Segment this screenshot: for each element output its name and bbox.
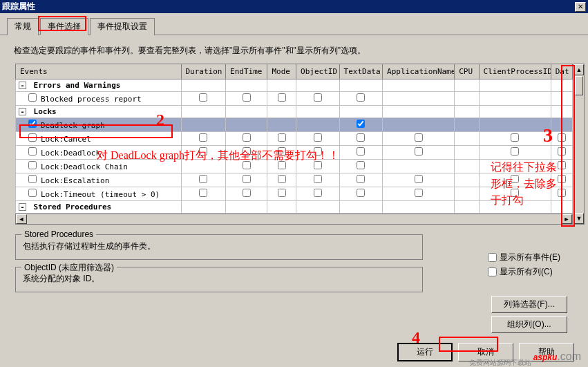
event-cell[interactable]: Lock:Deadlock: [16, 146, 182, 160]
event-checkbox[interactable]: [28, 161, 37, 169]
column-checkbox[interactable]: [199, 147, 207, 156]
column-checkbox[interactable]: [357, 189, 365, 197]
column-checkbox[interactable]: [511, 189, 519, 197]
check-cell[interactable]: [181, 106, 226, 118]
show-all-columns[interactable]: 显示所有列(C): [488, 266, 560, 278]
scroll-left-icon[interactable]: ◄: [16, 214, 27, 224]
check-cell[interactable]: [296, 132, 339, 146]
check-cell[interactable]: [267, 160, 296, 173]
check-cell[interactable]: [479, 79, 551, 92]
event-cell[interactable]: Lock:Cancel: [16, 132, 182, 146]
check-cell[interactable]: [339, 187, 382, 201]
column-checkbox[interactable]: [511, 147, 519, 156]
check-cell[interactable]: [181, 118, 226, 132]
column-checkbox[interactable]: [314, 161, 322, 169]
close-button[interactable]: ✕: [575, 2, 586, 12]
check-cell[interactable]: [296, 146, 339, 160]
check-cell[interactable]: [267, 146, 296, 160]
column-checkbox[interactable]: [415, 189, 423, 197]
column-checkbox[interactable]: [278, 161, 286, 169]
check-cell[interactable]: [479, 132, 551, 146]
show-all-events[interactable]: 显示所有事件(E): [488, 252, 560, 263]
show-all-events-checkbox[interactable]: [488, 253, 497, 262]
check-cell[interactable]: [296, 79, 339, 92]
check-cell[interactable]: [226, 92, 267, 106]
check-cell[interactable]: [339, 106, 382, 118]
check-cell[interactable]: [226, 187, 267, 201]
check-cell[interactable]: [226, 160, 267, 173]
check-cell[interactable]: [267, 79, 296, 92]
events-grid[interactable]: EventsDurationEndTimeModeObjectIDTextDat…: [15, 64, 573, 214]
check-cell[interactable]: [479, 146, 551, 160]
table-row[interactable]: Deadlock graph: [16, 118, 573, 132]
check-cell[interactable]: [181, 79, 226, 92]
check-cell[interactable]: [181, 173, 226, 187]
expand-collapse-icon[interactable]: -: [19, 203, 26, 211]
event-checkbox[interactable]: [28, 120, 37, 128]
col-header[interactable]: Mode: [267, 64, 296, 79]
table-row[interactable]: Lock:Deadlock Chain: [16, 160, 573, 173]
column-checkbox[interactable]: [314, 175, 322, 183]
event-checkbox[interactable]: [28, 93, 37, 102]
column-checkbox[interactable]: [243, 161, 251, 169]
table-row[interactable]: Lock:Cancel: [16, 132, 573, 146]
column-checkbox[interactable]: [357, 147, 365, 156]
check-cell[interactable]: [551, 79, 572, 92]
expand-collapse-icon[interactable]: -: [19, 108, 26, 115]
scroll-thumb[interactable]: [575, 76, 583, 95]
col-header[interactable]: Duration: [181, 64, 226, 79]
check-cell[interactable]: [181, 92, 226, 106]
col-header[interactable]: EndTime: [226, 64, 267, 79]
event-checkbox[interactable]: [28, 147, 37, 156]
column-checkbox[interactable]: [314, 189, 322, 197]
check-cell[interactable]: [296, 118, 339, 132]
check-cell[interactable]: [551, 92, 572, 106]
check-cell[interactable]: [339, 146, 382, 160]
column-checkbox[interactable]: [511, 175, 519, 183]
column-checkbox[interactable]: [357, 161, 365, 169]
check-cell[interactable]: [226, 201, 267, 214]
event-checkbox[interactable]: [28, 133, 37, 142]
col-header[interactable]: ApplicationName: [383, 64, 455, 79]
check-cell[interactable]: [479, 173, 551, 187]
col-header[interactable]: Dat: [551, 64, 572, 79]
check-cell[interactable]: [455, 132, 479, 146]
table-row[interactable]: Blocked process report: [16, 92, 573, 106]
check-cell[interactable]: [479, 160, 551, 173]
column-checkbox[interactable]: [558, 189, 566, 197]
check-cell[interactable]: [551, 160, 572, 173]
check-cell[interactable]: [383, 79, 455, 92]
check-cell[interactable]: [296, 92, 339, 106]
check-cell[interactable]: [296, 187, 339, 201]
check-cell[interactable]: [226, 106, 267, 118]
check-cell[interactable]: [181, 132, 226, 146]
check-cell[interactable]: [479, 106, 551, 118]
column-checkbox[interactable]: [558, 147, 566, 156]
check-cell[interactable]: [551, 201, 572, 214]
check-cell[interactable]: [383, 92, 455, 106]
check-cell[interactable]: [383, 118, 455, 132]
check-cell[interactable]: [455, 92, 479, 106]
column-checkbox[interactable]: [243, 147, 251, 156]
show-all-columns-checkbox[interactable]: [488, 267, 497, 276]
check-cell[interactable]: [267, 173, 296, 187]
vertical-scrollbar[interactable]: ▲ ▼: [573, 64, 585, 225]
column-checkbox[interactable]: [558, 133, 566, 142]
check-cell[interactable]: [551, 173, 572, 187]
table-row[interactable]: Lock:Timeout (timeout > 0): [16, 187, 573, 201]
column-checkbox[interactable]: [199, 175, 207, 183]
horizontal-scrollbar[interactable]: ◄ ►: [15, 214, 573, 225]
column-checkbox[interactable]: [278, 189, 286, 197]
event-cell[interactable]: Deadlock graph: [16, 118, 182, 132]
scroll-up-icon[interactable]: ▲: [574, 64, 584, 75]
col-header[interactable]: ClientProcessID: [479, 64, 551, 79]
check-cell[interactable]: [551, 106, 572, 118]
check-cell[interactable]: [226, 146, 267, 160]
column-checkbox[interactable]: [558, 161, 566, 169]
column-checkbox[interactable]: [199, 133, 207, 142]
check-cell[interactable]: [339, 92, 382, 106]
column-checkbox[interactable]: [314, 133, 322, 142]
column-checkbox[interactable]: [243, 133, 251, 142]
table-row[interactable]: - Errors and Warnings: [16, 79, 573, 92]
check-cell[interactable]: [455, 106, 479, 118]
